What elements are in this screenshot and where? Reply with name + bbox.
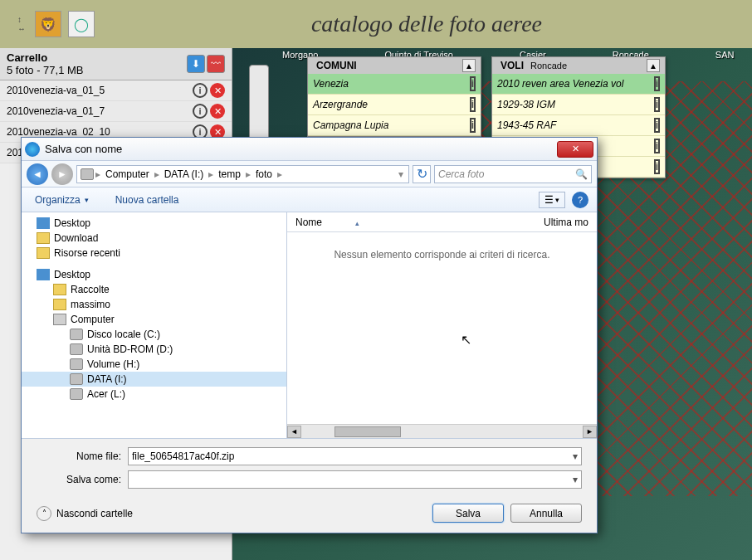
cart-clear-button[interactable]: 〰	[207, 55, 225, 73]
scroll-left-icon[interactable]: ◄	[287, 426, 301, 438]
breadcrumb-separator-icon: ▸	[153, 168, 161, 180]
scroll-right-icon[interactable]: ►	[583, 426, 597, 438]
breadcrumb-segment[interactable]: Computer	[102, 168, 153, 180]
hide-folders-toggle[interactable]: ˄ Nascondi cartelle	[37, 506, 133, 521]
list-item[interactable]: Veneziai	[308, 74, 481, 95]
desk-icon	[37, 269, 50, 280]
info-icon[interactable]: i	[654, 118, 660, 133]
nav-back-button[interactable]: ◄	[27, 163, 48, 185]
delete-icon[interactable]: ✕	[210, 104, 225, 119]
column-modified[interactable]: Ultima mo	[544, 217, 588, 228]
folder-icon	[53, 299, 66, 310]
scale-icon: ↕↔	[8, 15, 35, 33]
search-icon[interactable]: 🔍	[575, 168, 588, 180]
folder-icon	[37, 247, 50, 259]
app-header: ↕↔ 🦁 ◯ catalogo delle foto aeree	[0, 0, 752, 48]
info-icon[interactable]: i	[193, 83, 208, 98]
delete-icon[interactable]: ✕	[210, 83, 225, 98]
info-icon[interactable]: i	[470, 118, 476, 133]
breadcrumb-separator-icon: ▸	[94, 168, 102, 180]
list-item[interactable]: Campagna Lupiai	[308, 115, 481, 136]
breadcrumb-separator-icon: ▸	[207, 168, 215, 180]
drive-icon	[70, 329, 83, 340]
info-icon[interactable]: i	[654, 159, 660, 174]
tree-item[interactable]: Desktop	[22, 216, 286, 231]
list-item[interactable]: 2010 reven area Venezia voli	[492, 74, 665, 95]
drive-icon	[70, 358, 83, 370]
sort-indicator-icon: ▴	[355, 219, 359, 227]
comuni-title: COMUNI	[313, 60, 360, 71]
tree-item[interactable]: DATA (I:)	[22, 372, 286, 387]
chevron-up-icon: ˄	[37, 506, 51, 521]
ie-icon	[25, 142, 40, 157]
nav-forward-button[interactable]: ►	[51, 163, 73, 185]
scroll-thumb[interactable]	[334, 426, 401, 437]
info-icon[interactable]: i	[470, 97, 476, 112]
saveas-combo[interactable]	[128, 470, 582, 489]
breadcrumb-segment[interactable]: temp	[215, 168, 244, 180]
info-icon[interactable]: i	[654, 97, 660, 112]
drive-icon	[81, 168, 94, 180]
list-item[interactable]: 1929-38 IGMi	[492, 95, 665, 115]
tree-item[interactable]: massimo	[22, 297, 286, 312]
empty-message: Nessun elemento corrisponde ai criteri d…	[287, 232, 597, 424]
tree-item[interactable]: Risorse recenti	[22, 246, 286, 261]
organize-button[interactable]: Organizza	[30, 192, 94, 207]
cart-download-button[interactable]: ⬇	[187, 55, 205, 73]
save-as-dialog: Salva con nome ✕ ◄ ► ▸Computer▸DATA (I:)…	[21, 137, 598, 533]
tree-item[interactable]: Unità BD-ROM (D:)	[22, 342, 286, 357]
comuni-panel: COMUNI ▲ VeneziaiArzergrandeiCampagna Lu…	[307, 56, 481, 137]
drive-icon	[70, 388, 83, 400]
drive-icon	[70, 373, 83, 385]
filename-label: Nome file:	[37, 450, 128, 462]
search-input[interactable]: Cerca foto 🔍	[434, 165, 592, 183]
voli-scroll-up[interactable]: ▲	[647, 59, 660, 72]
new-folder-button[interactable]: Nuova cartella	[110, 192, 184, 207]
help-button[interactable]: ?	[572, 192, 588, 208]
lion-logo-icon[interactable]: 🦁	[35, 11, 61, 37]
map-city-label: SAN	[715, 50, 735, 65]
column-name[interactable]: Nome▴	[295, 217, 544, 228]
tree-item[interactable]: Acer (L:)	[22, 387, 286, 402]
save-button[interactable]: Salva	[432, 504, 504, 523]
info-icon[interactable]: i	[654, 76, 660, 91]
saveas-label: Salva come:	[37, 474, 128, 485]
tree-item[interactable]: Download	[22, 231, 286, 246]
filename-input[interactable]: file_50654817ac40f.zip	[128, 447, 582, 465]
horizontal-scrollbar[interactable]: ◄ ►	[287, 424, 597, 438]
cart-item[interactable]: 2010venezia-va_01_7i✕	[0, 101, 232, 122]
search-placeholder: Cerca foto	[438, 168, 484, 180]
breadcrumb-dropdown-icon[interactable]: ▾	[397, 168, 405, 180]
tree-item[interactable]: Computer	[22, 312, 286, 327]
cancel-button[interactable]: Annulla	[510, 504, 582, 523]
refresh-button[interactable]: ↻	[413, 165, 431, 183]
tree-item[interactable]: Volume (H:)	[22, 357, 286, 372]
drive-icon	[70, 343, 83, 355]
info-icon[interactable]: i	[470, 76, 476, 91]
tree-item[interactable]: Raccolte	[22, 282, 286, 297]
folder-icon	[53, 284, 66, 295]
comuni-scroll-up[interactable]: ▲	[462, 59, 476, 72]
tree-item[interactable]: Disco locale (C:)	[22, 327, 286, 342]
globe-icon[interactable]: ◯	[68, 11, 95, 37]
cart-title: Carrello	[7, 51, 187, 64]
info-icon[interactable]: i	[654, 139, 660, 153]
voli-title: VOLI	[497, 60, 527, 71]
breadcrumb[interactable]: ▸Computer▸DATA (I:)▸temp▸foto▸▾	[76, 165, 409, 183]
dialog-title: Salva con nome	[45, 143, 122, 155]
breadcrumb-separator-icon: ▸	[244, 168, 252, 180]
folder-tree[interactable]: DesktopDownloadRisorse recentiDesktopRac…	[22, 212, 287, 438]
page-title: catalogo delle foto aeree	[101, 11, 752, 37]
cart-item[interactable]: 2010venezia-va_01_5i✕	[0, 80, 232, 101]
info-icon[interactable]: i	[193, 104, 208, 119]
close-button[interactable]: ✕	[557, 141, 593, 158]
view-mode-button[interactable]: ☰	[539, 192, 565, 208]
breadcrumb-segment[interactable]: foto	[252, 168, 276, 180]
desk-icon	[37, 217, 50, 229]
tree-item[interactable]: Desktop	[22, 267, 286, 282]
breadcrumb-segment[interactable]: DATA (I:)	[161, 168, 208, 180]
voli-subtitle: Roncade	[527, 61, 570, 71]
list-item[interactable]: Arzergrandei	[308, 95, 481, 115]
list-item[interactable]: 1943-45 RAFi	[492, 115, 665, 136]
folder-icon	[37, 232, 50, 244]
